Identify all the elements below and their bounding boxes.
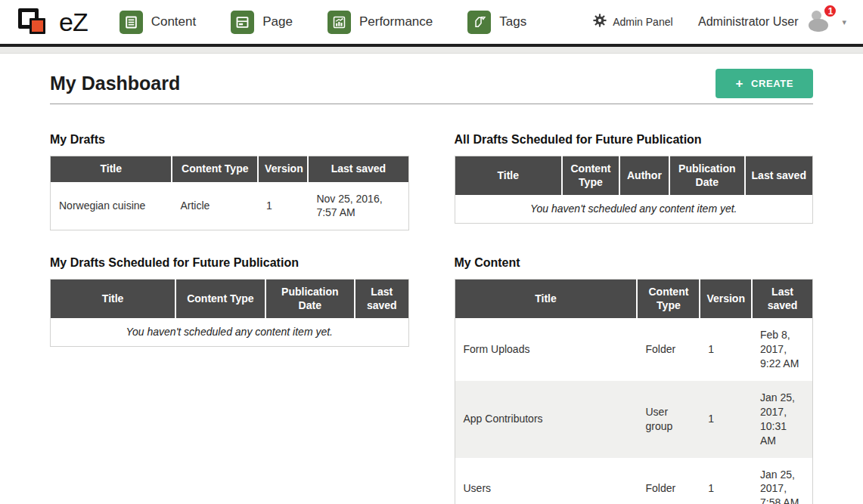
section-title-my-drafts: My Drafts: [50, 133, 409, 147]
section-my-drafts: My Drafts TitleContent TypeVersionLast s…: [50, 133, 409, 230]
my-drafts-table: TitleContent TypeVersionLast savedNorweg…: [50, 156, 409, 230]
column-header: Last saved: [745, 156, 813, 196]
user-name: Administrator User: [698, 15, 798, 29]
notification-badge[interactable]: 1: [823, 4, 837, 18]
ez-logo[interactable]: eZ: [17, 5, 88, 39]
table-cell: 1: [700, 318, 752, 381]
performance-icon: [328, 11, 351, 34]
user-avatar-icon: 1: [807, 11, 833, 33]
header-shadow-band: [0, 47, 863, 54]
create-button-label: CREATE: [751, 78, 793, 89]
table-row[interactable]: Form UploadsFolder1Feb 8, 2017, 9:22 AM: [455, 318, 813, 381]
empty-message: You haven't scheduled any content item y…: [51, 318, 409, 346]
column-header: Content Type: [562, 156, 619, 196]
column-header: Publication Date: [265, 280, 355, 319]
column-header: Version: [700, 280, 752, 319]
table-header-row: TitleContent TypeAuthorPublication DateL…: [455, 156, 813, 196]
column-header: Version: [258, 156, 308, 182]
table-cell: Nov 25, 2016, 7:57 AM: [308, 182, 408, 230]
column-header: Author: [619, 156, 669, 196]
page-title: My Dashboard: [50, 73, 180, 94]
ez-logo-text: eZ: [59, 8, 88, 37]
content-icon: [120, 11, 143, 34]
table-cell: Jan 25, 2017, 10:31 AM: [752, 381, 813, 458]
column-header: Last saved: [752, 280, 813, 319]
tags-icon: [467, 11, 491, 34]
table-cell: Article: [172, 182, 258, 230]
chevron-down-icon: ▾: [842, 17, 846, 27]
table-cell: Feb 8, 2017, 9:22 AM: [752, 318, 813, 381]
all-drafts-scheduled-table: TitleContent TypeAuthorPublication DateL…: [455, 156, 814, 224]
column-header: Title: [455, 280, 637, 319]
column-header: Last saved: [355, 280, 408, 319]
nav-item-page[interactable]: Page: [231, 11, 293, 34]
empty-message: You haven't scheduled any content item y…: [455, 195, 813, 223]
column-header: Last saved: [308, 156, 408, 182]
plus-icon: +: [735, 77, 743, 90]
column-header: Publication Date: [669, 156, 744, 196]
section-title-all-drafts-scheduled: All Drafts Scheduled for Future Publicat…: [455, 133, 814, 147]
ez-logo-icon: [17, 5, 56, 39]
column-header: Title: [51, 156, 172, 182]
column-header: Content Type: [172, 156, 258, 182]
top-navigation-bar: eZ Content Page: [0, 0, 863, 44]
main-nav: Content Page: [120, 11, 527, 34]
table-cell: Folder: [637, 458, 700, 504]
section-title-my-content: My Content: [455, 256, 814, 270]
table-cell: User group: [637, 381, 700, 458]
my-drafts-scheduled-table: TitleContent TypePublication DateLast sa…: [50, 279, 409, 347]
admin-panel-button[interactable]: Admin Panel: [593, 14, 672, 30]
empty-row: You haven't scheduled any content item y…: [455, 195, 813, 223]
table-row[interactable]: UsersFolder1Jan 25, 2017, 7:58 AM: [455, 458, 813, 504]
table-cell: Folder: [637, 318, 700, 381]
section-my-content: My Content TitleContent TypeVersionLast …: [455, 256, 814, 504]
section-all-drafts-scheduled: All Drafts Scheduled for Future Publicat…: [455, 133, 814, 224]
my-content-table: TitleContent TypeVersionLast savedForm U…: [455, 279, 814, 504]
table-cell: 1: [258, 182, 308, 230]
nav-label-tags: Tags: [499, 14, 526, 29]
table-header-row: TitleContent TypeVersionLast saved: [51, 156, 409, 182]
table-cell: Norwegian cuisine: [51, 182, 172, 230]
column-header: Title: [51, 280, 176, 319]
dashboard-content: My Dashboard + CREATE My Drafts TitleCon…: [0, 69, 863, 504]
admin-panel-label: Admin Panel: [613, 16, 672, 28]
create-button[interactable]: + CREATE: [716, 69, 813, 98]
column-header: Content Type: [175, 280, 265, 319]
section-my-drafts-scheduled: My Drafts Scheduled for Future Publicati…: [50, 256, 409, 347]
table-cell: App Contributors: [455, 381, 637, 458]
table-cell: 1: [700, 458, 752, 504]
nav-item-content[interactable]: Content: [120, 11, 197, 34]
user-menu[interactable]: Administrator User 1 ▾: [698, 11, 846, 33]
gear-icon: [593, 14, 607, 30]
table-row[interactable]: App ContributorsUser group1Jan 25, 2017,…: [455, 381, 813, 458]
empty-row: You haven't scheduled any content item y…: [51, 318, 409, 346]
section-title-my-drafts-scheduled: My Drafts Scheduled for Future Publicati…: [50, 256, 409, 270]
table-cell: Users: [455, 458, 637, 504]
table-cell: Jan 25, 2017, 7:58 AM: [752, 458, 813, 504]
column-header: Content Type: [637, 280, 700, 319]
column-header: Title: [455, 156, 562, 196]
table-cell: 1: [700, 381, 752, 458]
nav-label-page: Page: [262, 14, 293, 29]
table-cell: Form Uploads: [455, 318, 637, 381]
nav-item-tags[interactable]: Tags: [467, 11, 526, 34]
table-row[interactable]: Norwegian cuisineArticle1Nov 25, 2016, 7…: [51, 182, 409, 230]
nav-label-content: Content: [151, 14, 197, 29]
table-header-row: TitleContent TypePublication DateLast sa…: [51, 280, 409, 319]
nav-item-performance[interactable]: Performance: [328, 11, 433, 34]
page-icon: [231, 11, 254, 34]
nav-label-performance: Performance: [359, 14, 433, 29]
title-divider: [50, 104, 813, 104]
table-header-row: TitleContent TypeVersionLast saved: [455, 280, 813, 319]
